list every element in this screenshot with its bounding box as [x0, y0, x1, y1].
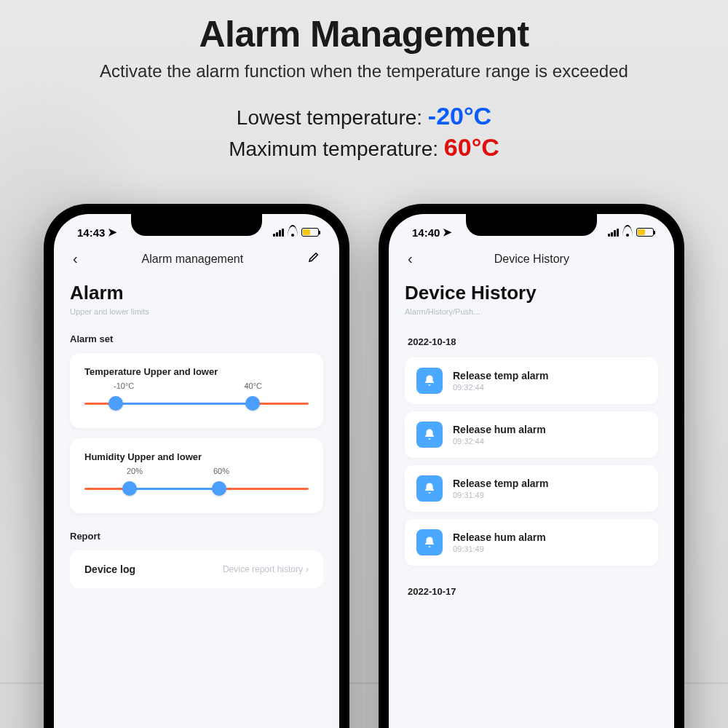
section-title: Device History — [405, 282, 658, 304]
phone-right: 14:40 ➤ ‹ Device History Device History … — [379, 204, 684, 728]
humidity-card-title: Humidity Upper and lower — [84, 451, 309, 462]
humidity-slider[interactable] — [84, 481, 309, 496]
history-item-title: Release temp alarm — [453, 370, 549, 381]
battery-icon — [301, 228, 319, 237]
location-icon: ➤ — [108, 226, 117, 239]
history-item-title: Release hum alarm — [453, 531, 546, 543]
section-title: Alarm — [70, 282, 323, 304]
section-subtitle: Alarm/History/Push... — [405, 307, 658, 316]
hum-low-label: 20% — [127, 467, 143, 475]
edit-button[interactable] — [303, 250, 325, 267]
history-date-label: 2022-10-18 — [408, 336, 658, 347]
phone-notch — [131, 214, 262, 236]
temperature-card: Temperature Upper and lower -10°C 40°C — [70, 353, 323, 428]
low-temp-row: Lowest temperature: -20°C — [0, 102, 728, 130]
low-temp-value: -20°C — [428, 102, 491, 130]
signal-icon — [608, 229, 619, 237]
battery-icon — [636, 228, 654, 237]
device-log-label: Device log — [84, 563, 135, 575]
temperature-card-title: Temperature Upper and lower — [84, 366, 309, 377]
history-item-time: 09:32:44 — [453, 437, 546, 446]
nav-bar: ‹ Device History — [389, 243, 674, 274]
back-button[interactable]: ‹ — [403, 250, 417, 267]
humidity-card: Humidity Upper and lower 20% 60% — [70, 438, 323, 513]
temperature-range-labels: -10°C 40°C — [84, 381, 309, 393]
humidity-range-labels: 20% 60% — [84, 467, 309, 478]
temperature-slider[interactable] — [84, 396, 309, 411]
history-item[interactable]: Release hum alarm09:31:49 — [405, 519, 658, 566]
history-item[interactable]: Release hum alarm09:32:44 — [405, 411, 658, 458]
temp-low-label: -10°C — [114, 381, 134, 390]
max-temp-value: 60°C — [444, 133, 499, 161]
hero-subtitle: Activate the alarm function when the tem… — [0, 61, 728, 82]
location-icon: ➤ — [443, 226, 452, 239]
history-item-title: Release hum alarm — [453, 424, 546, 435]
section-subtitle: Upper and lower limits — [70, 307, 323, 316]
bell-icon — [416, 475, 443, 502]
alarm-set-label: Alarm set — [70, 333, 323, 344]
bell-icon — [416, 422, 443, 448]
history-date-label: 2022-10-17 — [408, 586, 658, 597]
history-item[interactable]: Release temp alarm09:32:44 — [405, 357, 658, 404]
history-item[interactable]: Release temp alarm09:31:49 — [405, 465, 658, 512]
chevron-right-icon: › — [306, 564, 309, 574]
low-temp-label: Lowest temperature: — [237, 106, 428, 129]
hero-title: Alarm Management — [0, 13, 728, 55]
nav-title: Alarm management — [142, 253, 244, 266]
wifi-icon — [622, 228, 633, 237]
report-label: Report — [70, 531, 323, 542]
temperature-stats: Lowest temperature: -20°C Maximum temper… — [0, 102, 728, 162]
phone-left: 14:43 ➤ ‹ Alarm management Alarm Upper a… — [44, 204, 349, 728]
temp-high-label: 40°C — [244, 381, 262, 390]
history-item-time: 09:31:49 — [453, 545, 546, 553]
history-item-title: Release temp alarm — [453, 478, 549, 489]
temp-slider-low-handle[interactable] — [108, 396, 123, 411]
history-item-time: 09:31:49 — [453, 491, 549, 499]
hum-slider-low-handle[interactable] — [122, 481, 137, 496]
back-button[interactable]: ‹ — [68, 250, 82, 267]
wifi-icon — [287, 228, 298, 237]
hum-slider-high-handle[interactable] — [212, 481, 226, 496]
history-item-time: 09:32:44 — [453, 383, 549, 392]
nav-title: Device History — [494, 253, 569, 266]
status-time: 14:43 — [77, 226, 105, 239]
max-temp-row: Maximum temperature: 60°C — [0, 133, 728, 162]
device-report-history-label: Device report history — [223, 564, 303, 574]
device-log-row[interactable]: Device log Device report history › — [70, 550, 323, 588]
bell-icon — [416, 368, 443, 394]
temp-slider-high-handle[interactable] — [245, 396, 260, 411]
hum-high-label: 60% — [213, 467, 229, 475]
bell-icon — [416, 529, 443, 555]
hero: Alarm Management Activate the alarm func… — [0, 0, 728, 82]
signal-icon — [273, 229, 284, 237]
status-time: 14:40 — [412, 226, 440, 239]
nav-bar: ‹ Alarm management — [54, 243, 339, 274]
phone-notch — [466, 214, 597, 236]
max-temp-label: Maximum temperature: — [229, 138, 444, 160]
